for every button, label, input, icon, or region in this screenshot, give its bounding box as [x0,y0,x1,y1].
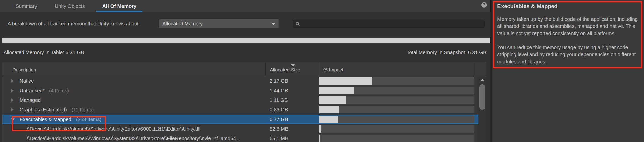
row-impact-cell [319,124,474,134]
details-paragraph: You can reduce this memory usage by usin… [497,44,638,65]
table-row[interactable]: Managed1.11 GB [2,95,486,105]
table-row[interactable]: Executables & Mapped(358 Items)0.77 GB [2,115,486,124]
table-row[interactable]: Native2.17 GB [2,76,486,86]
column-header-impact[interactable]: % Impact [319,62,474,76]
row-impact-cell [319,105,474,115]
impact-bar-track [319,125,474,133]
row-allocated-size: 0.83 GB [265,107,319,113]
memory-profiler-window: Summary Unity Objects All Of Memory ? A … [0,0,644,142]
row-impact-cell [319,86,474,95]
impact-bar-fill [319,106,339,113]
impact-bar-track [319,135,474,142]
impact-bar-track [319,106,474,113]
vertical-scrollbar[interactable] [478,76,486,142]
allocated-memory-label: Allocated Memory In Table: 6.31 GB [4,50,84,55]
row-impact-cell [319,76,474,86]
row-description-cell: Native [2,78,265,84]
expand-triangle-icon[interactable] [11,108,14,111]
impact-bar-fill [319,87,354,94]
breakdown-description: A breakdown of all tracked memory that U… [8,21,140,27]
impact-bar-track [319,116,474,123]
dropdown-selected-value: Allocated Memory [162,21,203,27]
collapse-triangle-icon[interactable] [11,118,15,121]
table-row[interactable]: \\Device\\HarddiskVolume3\\Windows\\Syst… [2,134,486,142]
total-memory-label: Total Memory In Snapshot: 6.31 GB [407,50,486,55]
row-description-cell: Executables & Mapped(358 Items) [2,117,265,122]
main-panel: Summary Unity Objects All Of Memory ? A … [0,0,490,142]
memory-type-dropdown[interactable]: Allocated Memory [159,19,279,28]
expand-triangle-icon[interactable] [11,98,14,102]
memory-table: Description Allocated Size % Impact Nati… [2,62,486,142]
row-allocated-size: 82.8 MB [265,126,319,132]
tab-all-of-memory[interactable]: All Of Memory [96,0,143,12]
table-header: Description Allocated Size % Impact [2,62,486,76]
chevron-down-icon [271,23,276,25]
row-label: Managed [20,97,41,103]
sort-descending-icon[interactable] [291,64,295,66]
row-impact-cell [319,134,474,142]
memory-usage-bar [2,38,490,43]
details-title: Executables & Mapped [497,3,644,10]
table-body: Native2.17 GBUntracked*(4 Items)1.44 GBM… [2,76,486,142]
impact-bar-fill [319,135,320,142]
row-item-count: (4 Items) [49,88,69,94]
search-icon [296,22,300,26]
table-row[interactable]: Untracked*(4 Items)1.44 GB [2,86,486,95]
expand-triangle-icon[interactable] [11,89,14,92]
details-panel: Executables & Mapped Memory taken up by … [492,0,644,142]
impact-bar-fill [319,116,338,123]
row-label: Executables & Mapped [20,117,71,122]
table-row[interactable]: \\Device\\HarddiskVolume4\\Software\\Uni… [2,124,486,134]
row-label: Graphics (Estimated) [20,107,67,113]
memory-stats-row: Allocated Memory In Table: 6.31 GB Total… [0,50,490,56]
impact-bar-track [319,96,474,104]
help-icon[interactable]: ? [481,2,487,8]
row-label: \\Device\\HarddiskVolume4\\Software\\Uni… [27,126,200,132]
row-allocated-size: 0.77 GB [265,117,319,122]
row-allocated-size: 65.1 MB [265,136,319,141]
row-impact-cell [319,95,474,105]
row-allocated-size: 2.17 GB [265,78,319,84]
row-description-cell: \\Device\\HarddiskVolume3\\Windows\\Syst… [2,136,265,141]
impact-bar-fill [319,96,346,104]
row-label: Untracked* [20,88,45,94]
impact-bar-fill [319,125,321,133]
row-label: Native [20,78,34,84]
table-row[interactable]: Graphics (Estimated)(11 Items)0.83 GB [2,105,486,115]
row-impact-cell [319,115,474,124]
row-label: \\Device\\HarddiskVolume3\\Windows\\Syst… [27,136,239,141]
impact-bar-track [319,77,474,85]
row-allocated-size: 1.44 GB [265,88,319,94]
details-paragraph: Memory taken up by the build code of the… [497,16,638,37]
row-allocated-size: 1.11 GB [265,97,319,103]
search-field[interactable] [293,20,485,28]
search-input[interactable] [300,21,482,27]
toolbar: A breakdown of all tracked memory that U… [0,19,490,30]
scroll-up-arrow-icon[interactable] [480,79,484,81]
tab-bar: Summary Unity Objects All Of Memory ? [0,0,490,12]
row-description-cell: \\Device\\HarddiskVolume4\\Software\\Uni… [2,126,265,132]
row-description-cell: Graphics (Estimated)(11 Items) [2,107,265,113]
expand-triangle-icon[interactable] [11,79,14,83]
tab-summary[interactable]: Summary [10,0,43,12]
scrollbar-thumb[interactable] [479,84,485,110]
impact-bar-fill [319,77,372,85]
column-header-description[interactable]: Description [2,62,265,76]
row-item-count: (11 Items) [71,107,94,113]
tab-unity-objects[interactable]: Unity Objects [49,0,91,12]
impact-bar-track [319,87,474,94]
row-description-cell: Untracked*(4 Items) [2,88,265,94]
row-description-cell: Managed [2,97,265,103]
row-item-count: (358 Items) [76,117,101,122]
